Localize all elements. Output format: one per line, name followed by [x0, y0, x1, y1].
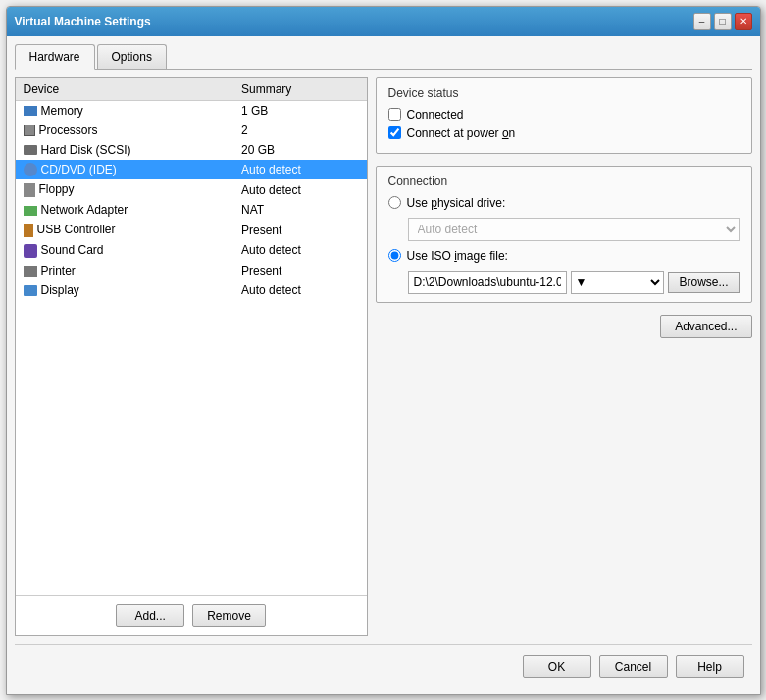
summary-cell: Auto detect	[233, 160, 366, 180]
col-summary-header: Summary	[233, 78, 366, 101]
hdd-icon	[24, 145, 37, 155]
device-cell: USB Controller	[16, 220, 234, 240]
device-cell: Hard Disk (SCSI)	[16, 140, 234, 160]
printer-icon	[24, 266, 37, 277]
summary-cell: Auto detect	[233, 280, 366, 300]
table-row[interactable]: Sound CardAuto detect	[16, 240, 367, 261]
table-row[interactable]: Network AdapterNAT	[16, 200, 367, 220]
iso-path-input[interactable]	[408, 271, 567, 294]
remove-button[interactable]: Remove	[192, 604, 266, 627]
cpu-icon	[24, 125, 35, 136]
device-cell: CD/DVD (IDE)	[16, 160, 234, 180]
connected-label[interactable]: Connected	[407, 108, 464, 122]
usb-icon	[24, 224, 33, 237]
help-button[interactable]: Help	[676, 655, 744, 678]
browse-button[interactable]: Browse...	[668, 272, 739, 293]
table-row[interactable]: CD/DVD (IDE)Auto detect	[16, 160, 367, 180]
tab-hardware[interactable]: Hardware	[15, 44, 95, 70]
physical-drive-radio[interactable]	[388, 196, 401, 209]
connect-power-row: Connect at power on	[388, 126, 740, 140]
device-cell: Processors	[16, 121, 234, 140]
iso-radio[interactable]	[388, 249, 401, 262]
connection-title: Connection	[388, 175, 740, 188]
device-status-title: Device status	[388, 86, 740, 100]
minimize-button[interactable]: –	[693, 13, 711, 30]
table-row[interactable]: DisplayAuto detect	[16, 280, 367, 300]
cdrom-icon	[24, 163, 37, 176]
device-cell: Memory	[16, 100, 234, 121]
connect-power-checkbox[interactable]	[388, 126, 401, 139]
add-button[interactable]: Add...	[116, 604, 184, 627]
device-status-section: Device status Connected Connect at power…	[376, 77, 752, 154]
device-cell: Network Adapter	[16, 200, 234, 220]
content-area: Hardware Options Device Summary Memo	[7, 36, 760, 694]
table-row[interactable]: FloppyAuto detect	[16, 179, 367, 200]
tab-bar: Hardware Options	[15, 44, 752, 70]
memory-icon	[24, 106, 37, 116]
window-title: Virtual Machine Settings	[15, 15, 151, 28]
summary-cell: 2	[233, 121, 366, 140]
device-table: Device Summary Memory1 GBProcessors2Hard…	[16, 78, 367, 595]
cancel-button[interactable]: Cancel	[599, 655, 668, 678]
col-device-header: Device	[16, 78, 234, 101]
connect-power-label: Connect at power on	[407, 126, 516, 140]
summary-cell: Auto detect	[233, 179, 366, 200]
display-icon	[24, 285, 37, 296]
device-cell: Floppy	[16, 179, 234, 200]
ok-button[interactable]: OK	[523, 655, 591, 678]
advanced-button[interactable]: Advanced...	[660, 315, 751, 338]
tab-options[interactable]: Options	[97, 44, 167, 69]
iso-label[interactable]: Use ISO image file:	[407, 249, 508, 263]
device-buttons: Add... Remove	[16, 595, 367, 635]
right-panel: Device status Connected Connect at power…	[376, 77, 752, 636]
summary-cell: NAT	[233, 200, 366, 220]
iso-path-dropdown[interactable]: ▼	[571, 271, 665, 294]
sound-icon	[24, 244, 37, 258]
device-cell: Printer	[16, 261, 234, 280]
table-row[interactable]: Memory1 GB	[16, 100, 367, 121]
maximize-button[interactable]: □	[714, 13, 732, 30]
physical-drive-label[interactable]: Use physical drive:	[407, 196, 506, 210]
iso-row: Use ISO image file:	[388, 249, 740, 263]
connected-row: Connected	[388, 108, 740, 122]
network-icon	[24, 206, 37, 216]
main-content: Device Summary Memory1 GBProcessors2Hard…	[15, 77, 752, 636]
advanced-row: Advanced...	[376, 315, 752, 338]
main-window: Virtual Machine Settings – □ ✕ Hardware …	[6, 6, 761, 695]
table-row[interactable]: PrinterPresent	[16, 261, 367, 280]
physical-drive-dropdown-row: Auto detect	[408, 218, 740, 241]
physical-drive-row: Use physical drive:	[388, 196, 740, 210]
device-panel: Device Summary Memory1 GBProcessors2Hard…	[15, 77, 368, 636]
table-row[interactable]: Processors2	[16, 121, 367, 140]
connected-checkbox[interactable]	[388, 108, 401, 121]
summary-cell: 20 GB	[233, 140, 366, 160]
summary-cell: Auto detect	[233, 240, 366, 261]
title-bar-controls: – □ ✕	[693, 13, 752, 30]
device-cell: Display	[16, 280, 234, 300]
connection-section: Connection Use physical drive: Auto dete…	[376, 166, 752, 303]
table-row[interactable]: USB ControllerPresent	[16, 220, 367, 240]
floppy-icon	[24, 183, 35, 197]
device-cell: Sound Card	[16, 240, 234, 261]
bottom-buttons: OK Cancel Help	[15, 644, 752, 686]
physical-drive-select[interactable]: Auto detect	[408, 218, 740, 241]
summary-cell: 1 GB	[233, 100, 366, 121]
close-button[interactable]: ✕	[735, 13, 752, 30]
title-bar: Virtual Machine Settings – □ ✕	[7, 7, 760, 36]
table-row[interactable]: Hard Disk (SCSI)20 GB	[16, 140, 367, 160]
iso-path-row: ▼ Browse...	[408, 271, 740, 294]
summary-cell: Present	[233, 261, 366, 280]
summary-cell: Present	[233, 220, 366, 240]
